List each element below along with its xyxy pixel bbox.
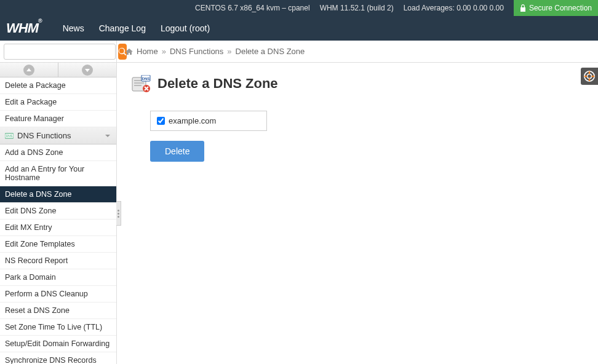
breadcrumb-dns[interactable]: DNS Functions [170,47,223,56]
sidebar-item[interactable]: NS Record Report [0,253,116,269]
help-button[interactable] [581,68,598,85]
sidebar-container: Delete a PackageEdit a PackageFeature Ma… [0,63,117,364]
sidebar-item[interactable]: Park a Domain [0,269,116,286]
sidebar-group-dns-functions[interactable]: DNSDNS Functions [0,127,116,144]
svg-rect-7 [134,85,142,86]
home-icon [126,48,133,55]
delete-button[interactable]: Delete [150,141,204,162]
life-ring-icon [584,71,595,82]
sidebar[interactable]: Delete a PackageEdit a PackageFeature Ma… [0,77,116,364]
breadcrumb-current: Delete a DNS Zone [236,47,305,56]
load-averages: Load Averages: 0.00 0.00 0.00 [404,4,504,12]
sidebar-item[interactable]: Setup/Edit Domain Forwarding [0,336,116,352]
sidebar-down-button[interactable] [58,63,116,77]
nav-logout[interactable]: Logout (root) [161,23,210,33]
content-area: DNS Delete a DNS Zone example.com Delete [117,63,598,364]
breadcrumb-home[interactable]: Home [137,47,158,56]
dns-icon: DNS [5,132,14,140]
secure-connection-label: Secure Connection [529,4,592,12]
nav-changelog[interactable]: Change Log [99,23,146,33]
zone-checkbox[interactable] [157,117,165,125]
breadcrumb-sep: » [227,47,231,56]
sidebar-item[interactable]: Set Zone Time To Live (TTL) [0,319,116,336]
sidebar-item[interactable]: Add a DNS Zone [0,144,116,161]
zone-label[interactable]: example.com [169,116,216,125]
nav-news[interactable]: News [63,23,84,33]
arrow-down-icon [82,65,93,76]
breadcrumb: Home » DNS Functions » Delete a DNS Zone [117,47,313,56]
whm-logo[interactable]: WHM® [6,20,48,36]
svg-text:DNS: DNS [142,77,150,81]
sidebar-item[interactable]: Perform a DNS Cleanup [0,286,116,303]
page-title: Delete a DNS Zone [157,76,278,92]
top-status-bar: CENTOS 6.7 x86_64 kvm – cpanel WHM 11.52… [0,0,598,16]
sidebar-item[interactable]: Add an A Entry for Your Hostname [0,161,116,186]
svg-point-3 [587,74,591,78]
sidebar-item[interactable]: Feature Manager [0,111,116,127]
zone-selection-box: example.com [150,111,267,131]
sidebar-item[interactable]: Edit Zone Templates [0,236,116,253]
sidebar-up-button[interactable] [0,63,58,77]
sidebar-item[interactable]: Delete a Package [0,77,116,94]
svg-text:DNS: DNS [6,134,13,138]
arrow-up-icon [23,65,34,76]
sidebar-nav-arrows [0,63,116,77]
dns-zone-delete-icon: DNS [132,75,151,92]
main-area: Delete a PackageEdit a PackageFeature Ma… [0,63,598,364]
whm-version: WHM 11.52.1 (build 2) [320,4,394,12]
lock-icon [520,4,526,12]
svg-rect-6 [134,82,144,84]
sidebar-item[interactable]: Edit MX Entry [0,220,116,236]
breadcrumb-sep: » [162,47,166,56]
sidebar-item[interactable]: Edit DNS Zone [0,203,116,220]
sidebar-item[interactable]: Delete a DNS Zone [0,186,116,203]
chevron-down-icon [104,132,111,140]
sidebar-item[interactable]: Reset a DNS Zone [0,303,116,319]
page-header: DNS Delete a DNS Zone [132,75,583,92]
search-input[interactable] [4,44,116,60]
secure-connection-badge[interactable]: Secure Connection [514,0,598,16]
toolbar: Home » DNS Functions » Delete a DNS Zone [0,41,598,63]
sidebar-item[interactable]: Edit a Package [0,94,116,111]
sidebar-item[interactable]: Synchronize DNS Records [0,352,116,364]
search-container [0,41,117,62]
os-info: CENTOS 6.7 x86_64 kvm – cpanel [195,4,310,12]
main-navbar: WHM® News Change Log Logout (root) [0,16,598,41]
